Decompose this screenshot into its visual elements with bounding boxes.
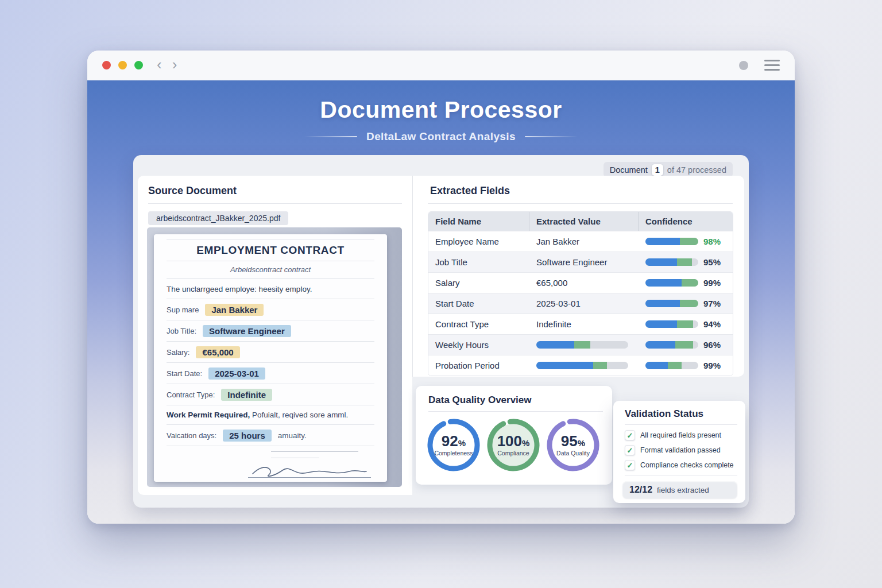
validation-check-label: Format validation passed [640,446,721,454]
gauge-value: 92 [442,432,458,450]
page-title: Document Processor [87,96,795,123]
check-icon: ✓ [625,460,635,470]
completeness-gauge: 92% Completeness [425,416,482,474]
column-header: Confidence [639,212,733,231]
confidence-cell: 94% [639,314,733,334]
subtitle-divider-left [304,136,357,137]
check-icon: ✓ [625,430,635,440]
extracted-fields-panel: Extracted Fields Field Name Extracted Va… [412,176,744,377]
forward-icon[interactable]: › [172,57,177,72]
contract-field-vacation: Vaication days: 25 hours amuaity. [167,424,374,446]
confidence-cell: 95% [639,252,733,272]
table-row: Start Date 2025-03-01 97% [428,293,733,314]
field-label: Job Title: [167,327,196,335]
fields-extracted-label: fields extracted [657,486,709,494]
confidence-percent: 99% [703,278,721,288]
compliance-gauge: 100% Compliance [485,416,542,474]
source-document-title: Source Document [138,176,412,197]
confidence-bar [645,362,698,369]
menu-icon[interactable] [764,60,780,71]
table-row: Salary €65,000 99% [428,272,733,293]
divider [148,203,402,204]
column-header: Extracted Value [529,212,639,231]
field-value-highlight: €65,000 [196,346,239,358]
field-name-cell: Employee Name [428,231,529,252]
validation-check-row: ✓ Compliance checks complete [625,460,737,470]
table-row: Job Title Software Engineer 95% [428,252,733,272]
confidence-cell: 98% [639,231,733,252]
confidence-cell: 97% [639,293,733,314]
table-header-row: Field Name Extracted Value Confidence [428,212,733,231]
extracted-fields-table: Field Name Extracted Value Confidence Em… [428,211,733,376]
confidence-percent: 96% [703,340,721,350]
back-icon[interactable]: ‹ [157,57,162,72]
contract-title: EMPLOYMENT CONTRACT [167,239,374,261]
confidence-bar [645,300,698,307]
counter-current: 1 [652,164,663,176]
subtitle-divider-right [525,136,578,137]
data-quality-title: Data Quality Overview [416,386,612,406]
profile-dot-icon[interactable] [739,61,748,70]
extracted-value-cell: 2025-03-01 [529,293,639,314]
signature-area [167,446,374,482]
contract-intro: The unclarrgeed employe: heesity employ. [167,278,374,299]
source-document-panel: Source Document arbeidscontract_JBakker_… [138,176,412,495]
value-bar [536,362,628,369]
gauge-label: Data Quality [556,450,590,457]
table-row: Weekly Hours 96% [428,334,733,355]
extracted-value-cell: Indefinite [529,314,639,334]
browser-chrome: ‹ › [87,51,795,80]
extracted-value-cell: Jan Bakker [529,231,639,252]
confidence-bar [645,258,698,266]
column-header: Field Name [428,212,529,231]
table-row: Employee Name Jan Bakker 98% [428,231,733,252]
field-name-cell: Weekly Hours [428,335,529,355]
gauge-value: 95 [561,432,578,450]
document-counter: Document 1 of 47 processed [604,162,733,177]
field-label: Sup mare [167,305,199,314]
document-preview-frame: EMPLOYMENT CONTRACT Arbeidscontract cont… [147,227,402,487]
page-subtitle: DeltaLaw Contract Analysis [366,130,516,143]
maximize-icon[interactable] [134,61,143,69]
minimize-icon[interactable] [118,61,127,69]
validation-status-title: Validation Status [613,401,745,420]
source-filename-chip[interactable]: arbeidscontract_JBakker_2025.pdf [148,211,288,225]
validation-status-panel: Validation Status ✓ All required fields … [613,401,745,503]
contract-field-name: Sup mare Jan Bakker [167,299,374,320]
field-value-highlight: 25 hours [223,430,272,442]
confidence-cell: 99% [639,273,733,293]
data-quality-panel: Data Quality Overview 92% Completeness [416,386,612,485]
confidence-bar [645,341,698,349]
contract-field-salary: Salary: €65,000 [167,341,374,362]
counter-suffix: of 47 processed [667,165,726,175]
counter-prefix: Document [610,165,648,175]
app-body: Document Processor DeltaLaw Contract Ana… [87,80,795,524]
field-label: Salary: [167,348,189,357]
field-name-cell: Salary [428,273,529,293]
gauge-row: 92% Completeness 100% Compliance [416,412,612,474]
browser-window: ‹ › Document Processor DeltaLaw Contract… [87,51,795,524]
confidence-percent: 99% [703,361,721,370]
close-icon[interactable] [102,61,111,69]
main-panel: Document 1 of 47 processed Source Docume… [133,155,749,508]
confidence-cell: 96% [639,335,733,355]
signature-icon [247,459,369,478]
field-name-cell: Start Date [428,293,529,314]
gauge-value: 100 [497,432,522,450]
fields-extracted-count: 12/12 [629,485,652,495]
contract-field-start-date: Start Date: 2025-03-01 [167,362,374,384]
divider [625,475,737,475]
contract-field-contract-type: Contract Type: Indefinite [167,384,374,405]
app-header: Document Processor DeltaLaw Contract Ana… [87,80,795,143]
extracted-value-cell [529,355,639,376]
field-value-highlight: Indefinite [221,389,272,401]
contract-subtitle: Arbeidscontract contract [167,261,374,278]
field-value-highlight: 2025-03-01 [208,368,265,380]
extracted-value-cell: €65,000 [529,273,639,293]
table-row: Probation Period 99% [428,355,733,376]
confidence-percent: 97% [703,299,721,308]
field-label: Vaication days: [167,431,216,440]
field-value-highlight: Jan Bakker [205,304,264,316]
field-suffix: amuaity. [278,431,307,440]
field-name-cell: Job Title [428,252,529,272]
